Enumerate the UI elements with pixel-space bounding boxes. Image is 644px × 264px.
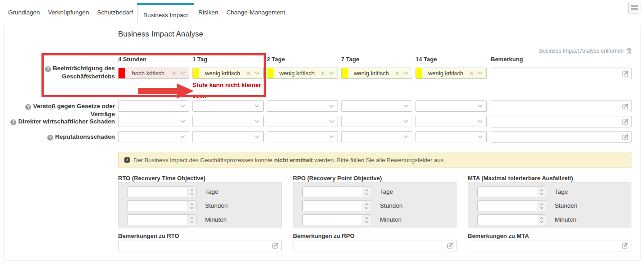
stepper-buttons[interactable] bbox=[362, 201, 371, 211]
tab-business-impact[interactable]: Business Impact bbox=[137, 3, 194, 25]
rto-stunden-input[interactable] bbox=[128, 201, 187, 211]
chevron-down-icon[interactable] bbox=[180, 120, 185, 123]
help-icon[interactable] bbox=[10, 119, 16, 125]
stepper-buttons[interactable] bbox=[537, 187, 546, 197]
impact-dropdown-1-tag[interactable]: wenig kritisch bbox=[192, 68, 264, 79]
verstoss-dropdown-4-stunden[interactable] bbox=[118, 100, 189, 112]
column-header: 2 Tage bbox=[267, 56, 285, 63]
chevron-down-icon[interactable] bbox=[478, 72, 483, 75]
help-icon[interactable] bbox=[45, 66, 51, 72]
chevron-down-icon[interactable] bbox=[478, 105, 483, 108]
mta-stunden-input[interactable] bbox=[478, 201, 537, 211]
chevron-down-icon[interactable] bbox=[329, 120, 334, 123]
rpo-tage-field bbox=[302, 187, 371, 197]
impact-dropdown-4-stunden[interactable]: hoch kritisch bbox=[118, 68, 189, 79]
verstoss-dropdown-7-tage[interactable] bbox=[341, 100, 412, 112]
clear-icon[interactable] bbox=[469, 70, 474, 77]
criticality-swatch bbox=[342, 68, 348, 78]
chevron-down-icon[interactable] bbox=[329, 72, 334, 75]
chevron-down-icon[interactable] bbox=[403, 135, 408, 138]
tab-grundlagen[interactable]: Grundlagen bbox=[4, 9, 44, 16]
tab-schutzbedarf[interactable]: Schutzbedarf bbox=[93, 9, 137, 16]
bemerkung-input[interactable] bbox=[491, 68, 622, 79]
bemerkung-input[interactable] bbox=[491, 101, 622, 112]
edit-icon[interactable] bbox=[622, 103, 629, 109]
stepper-buttons[interactable] bbox=[187, 201, 196, 211]
mta-tage-input[interactable] bbox=[478, 187, 537, 197]
stepper-buttons[interactable] bbox=[362, 187, 371, 197]
rpo-tage-input[interactable] bbox=[303, 187, 362, 197]
layout-toggle-button[interactable] bbox=[628, 2, 640, 14]
rto-tage-input[interactable] bbox=[128, 187, 187, 197]
schaden-dropdown-2-tage[interactable] bbox=[267, 116, 338, 127]
rpo-minuten-input[interactable] bbox=[303, 215, 362, 225]
bemerkungen-mta-input[interactable] bbox=[468, 240, 622, 251]
reputation-dropdown-1-tag[interactable] bbox=[192, 131, 264, 142]
chevron-down-icon[interactable] bbox=[180, 105, 185, 108]
rto-stunden-field bbox=[128, 200, 196, 211]
schaden-dropdown-14-tage[interactable] bbox=[416, 116, 487, 127]
schaden-dropdown-4-stunden[interactable] bbox=[118, 116, 189, 127]
tab-verknuepfungen[interactable]: Verknüpfungen bbox=[44, 9, 93, 16]
edit-icon[interactable] bbox=[622, 118, 629, 125]
impact-dropdown-7-tage[interactable]: wenig kritisch bbox=[341, 68, 412, 79]
clear-icon[interactable] bbox=[172, 70, 176, 77]
schaden-dropdown-7-tage[interactable] bbox=[341, 116, 412, 127]
chevron-down-icon[interactable] bbox=[403, 105, 408, 108]
stepper-buttons[interactable] bbox=[187, 187, 196, 197]
bemerkung-input[interactable] bbox=[491, 132, 622, 142]
mta-minuten-input[interactable] bbox=[478, 215, 537, 225]
chevron-down-icon[interactable] bbox=[329, 135, 334, 138]
edit-icon[interactable] bbox=[622, 70, 629, 77]
verstoss-dropdown-14-tage[interactable] bbox=[416, 100, 487, 112]
chevron-down-icon[interactable] bbox=[478, 135, 483, 138]
impact-dropdown-2-tage[interactable]: wenig kritisch bbox=[267, 68, 338, 79]
help-icon[interactable] bbox=[47, 135, 53, 141]
stepper-buttons[interactable] bbox=[362, 215, 371, 225]
bemerkungen-mta-field bbox=[468, 240, 631, 251]
verstoss-dropdown-1-tag[interactable] bbox=[192, 100, 264, 112]
tab-risiken[interactable]: Risiken bbox=[194, 9, 222, 16]
edit-icon[interactable] bbox=[622, 242, 628, 249]
tab-label: Business Impact bbox=[143, 12, 188, 18]
chevron-down-icon[interactable] bbox=[255, 120, 260, 123]
chevron-down-icon[interactable] bbox=[255, 72, 260, 75]
bemerkungen-rpo-input[interactable] bbox=[293, 240, 447, 251]
reputation-dropdown-4-stunden[interactable] bbox=[118, 131, 189, 142]
verstoss-dropdown-2-tage[interactable] bbox=[267, 100, 338, 112]
bemerkung-input[interactable] bbox=[491, 116, 622, 127]
reputation-dropdown-14-tage[interactable] bbox=[416, 131, 487, 142]
edit-icon[interactable] bbox=[272, 242, 279, 249]
column-header: 4 Stunden bbox=[118, 56, 146, 63]
clear-icon[interactable] bbox=[246, 70, 251, 77]
column-header: 14 Tage bbox=[416, 56, 437, 63]
remove-bia-link[interactable]: Business Impact Analyse entfernen bbox=[539, 48, 632, 54]
help-icon[interactable] bbox=[25, 104, 31, 110]
reputation-dropdown-7-tage[interactable] bbox=[341, 131, 412, 142]
schaden-dropdown-1-tag[interactable] bbox=[192, 116, 264, 127]
selected-value: wenig kritisch bbox=[422, 70, 469, 77]
bemerkungen-rto-input[interactable] bbox=[119, 240, 272, 251]
stepper-buttons[interactable] bbox=[187, 215, 196, 225]
clear-icon[interactable] bbox=[320, 70, 325, 77]
chevron-down-icon[interactable] bbox=[403, 72, 408, 75]
rpo-stunden-input[interactable] bbox=[303, 201, 362, 211]
remove-bia-label: Business Impact Analyse entfernen bbox=[539, 48, 624, 54]
rto-minuten-input[interactable] bbox=[128, 215, 187, 225]
impact-dropdown-14-tage[interactable]: wenig kritisch bbox=[416, 68, 487, 79]
chevron-down-icon[interactable] bbox=[329, 105, 334, 108]
tab-change-management[interactable]: Change-Management bbox=[222, 9, 289, 16]
edit-icon[interactable] bbox=[622, 134, 629, 140]
stepper-buttons[interactable] bbox=[537, 201, 546, 211]
reputation-dropdown-2-tage[interactable] bbox=[267, 131, 338, 142]
edit-icon[interactable] bbox=[447, 242, 453, 249]
chevron-down-icon[interactable] bbox=[478, 120, 483, 123]
chevron-down-icon[interactable] bbox=[403, 120, 408, 123]
chevron-down-icon[interactable] bbox=[180, 135, 185, 138]
chevron-down-icon[interactable] bbox=[180, 72, 185, 75]
chevron-down-icon[interactable] bbox=[255, 105, 260, 108]
stepper-buttons[interactable] bbox=[537, 215, 546, 225]
clear-icon[interactable] bbox=[395, 70, 399, 77]
chevron-down-icon[interactable] bbox=[255, 135, 260, 138]
unit-label: Stunden bbox=[205, 202, 228, 209]
